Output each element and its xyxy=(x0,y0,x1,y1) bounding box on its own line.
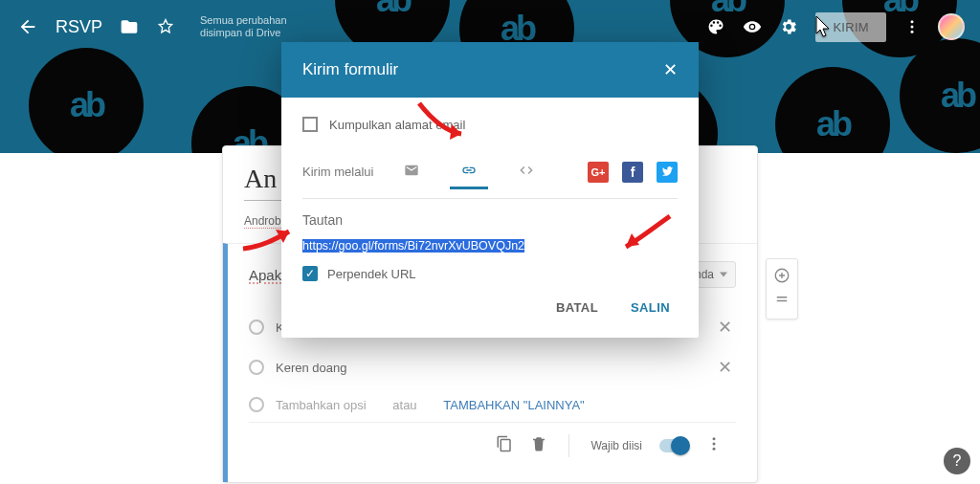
collect-email-label: Kumpulkan alamat email xyxy=(329,118,465,132)
help-fab[interactable]: ? xyxy=(944,448,970,474)
tab-embed[interactable] xyxy=(501,155,551,188)
shorten-url-row[interactable]: ✓ Perpendek URL xyxy=(302,266,678,281)
shorten-url-label: Perpendek URL xyxy=(327,267,416,281)
tab-link[interactable] xyxy=(444,155,494,188)
send-form-modal: Kirim formulir ✕ Kumpulkan alamat email … xyxy=(281,42,699,338)
collect-email-row[interactable]: Kumpulkan alamat email xyxy=(302,111,678,147)
link-section-title: Tautan xyxy=(302,212,678,228)
copy-button[interactable]: SALIN xyxy=(619,293,681,322)
modal-title: Kirim formulir xyxy=(302,60,663,79)
close-icon[interactable]: ✕ xyxy=(663,59,678,80)
tab-email[interactable] xyxy=(387,155,436,188)
checkbox-unchecked-icon[interactable] xyxy=(302,117,318,132)
share-facebook-icon[interactable]: f xyxy=(622,162,643,183)
checkbox-checked-icon[interactable]: ✓ xyxy=(302,266,318,281)
mouse-cursor-icon xyxy=(815,15,833,42)
send-via-label: Kirim melalui xyxy=(302,165,373,179)
cancel-button[interactable]: BATAL xyxy=(545,293,610,322)
share-googleplus-icon[interactable]: G+ xyxy=(588,162,609,183)
share-url-text[interactable]: https://goo.gl/forms/Bi72nvrXvUBOVQJn2 xyxy=(302,239,524,253)
share-url-field[interactable]: https://goo.gl/forms/Bi72nvrXvUBOVQJn2 xyxy=(302,237,678,254)
divider xyxy=(302,198,678,199)
share-twitter-icon[interactable] xyxy=(657,162,678,183)
send-via-tabs: Kirim melalui G+ f xyxy=(302,147,678,188)
